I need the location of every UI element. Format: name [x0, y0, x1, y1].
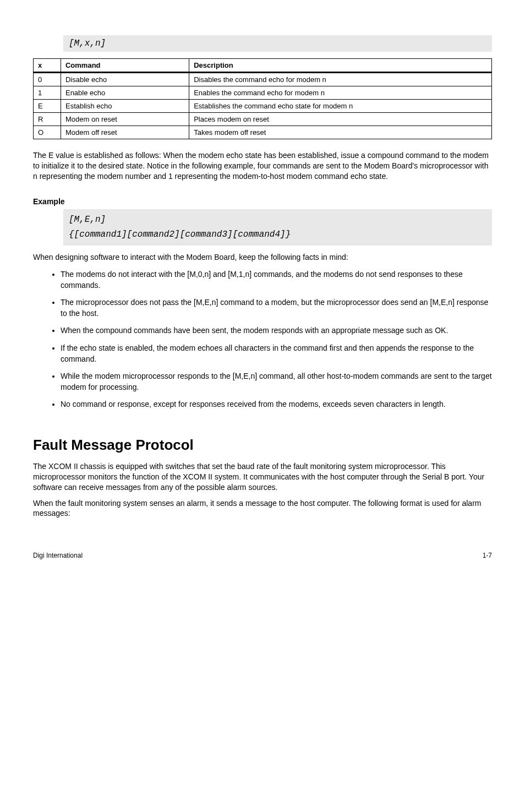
col-header-description: Description [189, 59, 492, 73]
cell-x: 1 [34, 86, 61, 100]
paragraph-fault-2: When the fault monitoring system senses … [33, 498, 492, 519]
table-row: O Modem off reset Takes modem off reset [34, 126, 492, 139]
paragraph-facts-intro: When designing software to interact with… [33, 252, 492, 263]
cell-description: Disables the command echo for modem n [189, 73, 492, 86]
list-item: While the modem microprocessor responds … [61, 371, 492, 393]
paragraph-establish-echo: The E value is established as follows: W… [33, 150, 492, 182]
col-header-command: Command [61, 59, 189, 73]
cell-description: Takes modem off reset [189, 126, 492, 139]
list-item: The microprocessor does not pass the [M,… [61, 297, 492, 319]
command-table: x Command Description 0 Disable echo Dis… [33, 58, 492, 139]
code-block-mxn: [M,x,n] [63, 35, 492, 52]
cell-description: Establishes the command echo state for m… [189, 100, 492, 113]
table-row: R Modem on reset Places modem on reset [34, 113, 492, 126]
cell-command: Establish echo [61, 100, 189, 113]
paragraph-fault-1: The XCOM II chassis is equipped with swi… [33, 461, 492, 493]
cell-command: Disable echo [61, 73, 189, 86]
list-item: When the compound commands have been sen… [61, 325, 492, 336]
example-subhead: Example [33, 197, 492, 206]
cell-x: E [34, 100, 61, 113]
cell-description: Enables the command echo for modem n [189, 86, 492, 100]
cell-x: R [34, 113, 61, 126]
cell-command: Enable echo [61, 86, 189, 100]
table-row: 1 Enable echo Enables the command echo f… [34, 86, 492, 100]
table-header-row: x Command Description [34, 59, 492, 73]
list-item: No command or response, except for respo… [61, 399, 492, 410]
table-row: 0 Disable echo Disables the command echo… [34, 73, 492, 86]
cell-command: Modem off reset [61, 126, 189, 139]
rules-list: The modems do not interact with the [M,0… [33, 269, 492, 410]
footer-left: Digi International [33, 552, 83, 559]
cell-command: Modem on reset [61, 113, 189, 126]
fault-message-heading: Fault Message Protocol [33, 437, 492, 454]
page-footer: Digi International 1-7 [33, 552, 492, 559]
cell-description: Places modem on reset [189, 113, 492, 126]
code-block-example: [M,E,n] {[command1][command2][command3][… [63, 209, 492, 246]
col-header-x: x [34, 59, 61, 73]
list-item: The modems do not interact with the [M,0… [61, 269, 492, 291]
footer-right: 1-7 [483, 552, 492, 559]
cell-x: O [34, 126, 61, 139]
table-row: E Establish echo Establishes the command… [34, 100, 492, 113]
cell-x: 0 [34, 73, 61, 86]
list-item: If the echo state is enabled, the modem … [61, 343, 492, 364]
